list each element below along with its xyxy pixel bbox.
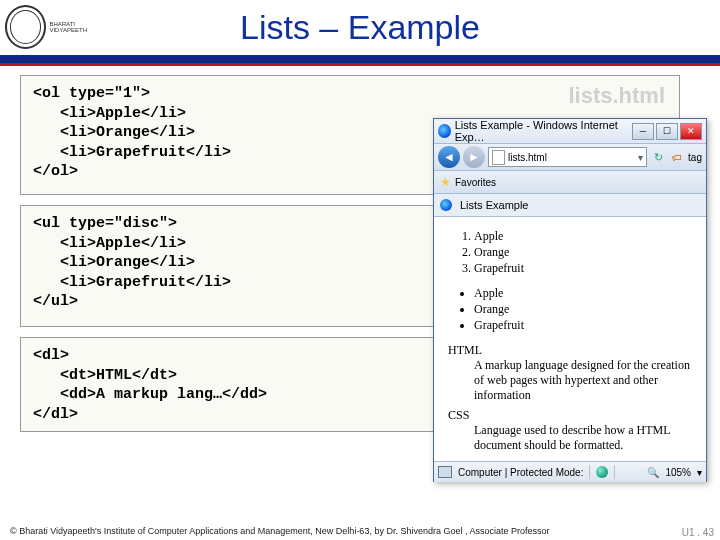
- tag-label: tag: [688, 152, 702, 163]
- zoom-dropdown-icon[interactable]: ▾: [697, 467, 702, 478]
- list-item: Grapefruit: [474, 261, 692, 276]
- browser-window: Lists Example - Windows Internet Exp… ─ …: [433, 118, 707, 482]
- back-button[interactable]: ◄: [438, 146, 460, 168]
- star-icon[interactable]: ★: [440, 175, 451, 189]
- minimize-button[interactable]: ─: [632, 123, 654, 140]
- rendered-dl: HTML A markup language designed for the …: [448, 343, 692, 461]
- zoom-level[interactable]: 105%: [665, 467, 691, 478]
- list-item: Orange: [474, 302, 692, 317]
- list-item: Apple: [474, 229, 692, 244]
- slide-title: Lists – Example: [0, 8, 720, 47]
- window-title: Lists Example - Windows Internet Exp…: [455, 119, 632, 143]
- address-bar[interactable]: lists.html ▾: [488, 147, 647, 167]
- browser-tab[interactable]: Lists Example: [434, 194, 706, 217]
- slide-footer: © Bharati Vidyapeeth's Institute of Comp…: [10, 526, 710, 536]
- globe-icon: [596, 466, 608, 478]
- status-separator: [589, 465, 590, 479]
- dt-html: HTML: [448, 343, 692, 358]
- maximize-button[interactable]: ☐: [656, 123, 678, 140]
- list-item: Grapefruit: [474, 318, 692, 333]
- slide-header: BHARATI VIDYAPEETH Lists – Example: [0, 0, 720, 63]
- rendered-ol: Apple Orange Grapefruit: [448, 229, 692, 276]
- forward-button[interactable]: ►: [463, 146, 485, 168]
- status-separator: [614, 465, 615, 479]
- tab-page-icon: [440, 199, 452, 211]
- dropdown-icon[interactable]: ▾: [638, 152, 643, 163]
- ie-icon: [438, 124, 451, 138]
- slide: BHARATI VIDYAPEETH Lists – Example lists…: [0, 0, 720, 540]
- slide-number: U1 . 43: [682, 527, 714, 538]
- tab-title: Lists Example: [460, 199, 528, 211]
- browser-titlebar: Lists Example - Windows Internet Exp… ─ …: [434, 119, 706, 144]
- screen-icon: [438, 466, 452, 478]
- status-text: Computer | Protected Mode:: [458, 467, 583, 478]
- dt-css: CSS: [448, 408, 692, 423]
- close-button[interactable]: ✕: [680, 123, 702, 140]
- refresh-button[interactable]: ↻: [650, 149, 666, 165]
- dd-html: A markup language designed for the creat…: [474, 358, 692, 403]
- tag-button[interactable]: 🏷: [669, 149, 685, 165]
- browser-nav: ◄ ► lists.html ▾ ↻ 🏷 tag: [434, 144, 706, 171]
- list-item: Orange: [474, 245, 692, 260]
- header-accent-line: [0, 63, 720, 66]
- browser-body: Apple Orange Grapefruit Apple Orange Gra…: [434, 217, 706, 461]
- rendered-ul: Apple Orange Grapefruit: [448, 286, 692, 333]
- address-text: lists.html: [508, 152, 547, 163]
- filename-tag: lists.html: [568, 82, 665, 111]
- status-bar: Computer | Protected Mode: 🔍 105% ▾: [434, 461, 706, 482]
- favorites-bar: ★ Favorites: [434, 171, 706, 194]
- page-icon: [492, 150, 505, 165]
- dd-css: Language used to describe how a HTML doc…: [474, 423, 692, 453]
- favorites-label[interactable]: Favorites: [455, 177, 496, 188]
- zoom-icon[interactable]: 🔍: [647, 467, 659, 478]
- list-item: Apple: [474, 286, 692, 301]
